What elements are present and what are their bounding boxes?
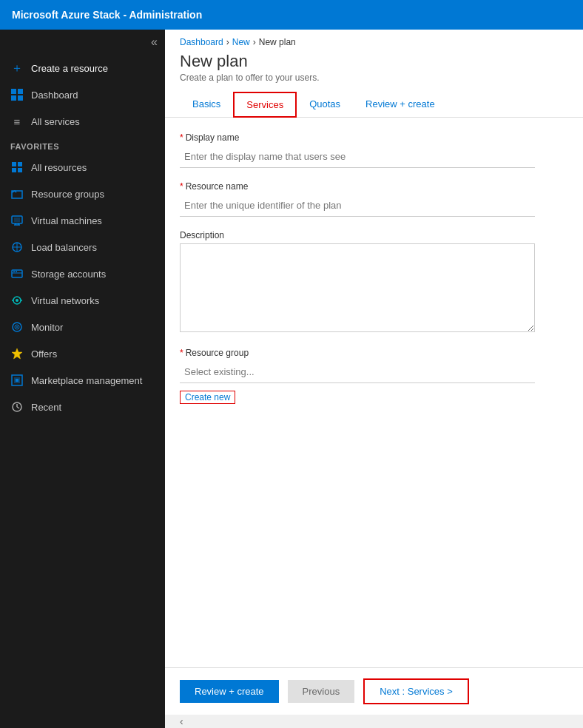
- all-resources-icon: [10, 161, 24, 174]
- tab-review-create[interactable]: Review + create: [353, 92, 448, 118]
- sidebar-item-label: Load balancers: [31, 242, 97, 253]
- svg-marker-28: [12, 348, 22, 359]
- resource-groups-icon: [10, 187, 24, 200]
- description-textarea[interactable]: [180, 243, 535, 332]
- favorites-label: FAVORITES: [0, 135, 165, 154]
- sidebar-item-all-resources[interactable]: All resources: [0, 154, 165, 181]
- tabs: Basics Services Quotas Review + create: [165, 92, 583, 118]
- sidebar-item-label: Resource groups: [31, 189, 104, 200]
- sidebar-item-label: Marketplace management: [31, 375, 142, 386]
- breadcrumb-item-current: New plan: [259, 37, 296, 47]
- resource-name-group: * Resource name: [180, 181, 568, 217]
- form-area: * Display name * Resource name Descripti…: [165, 118, 583, 667]
- tab-services[interactable]: Services: [233, 92, 297, 118]
- sidebar-item-label: Monitor: [31, 322, 63, 333]
- create-new-link[interactable]: Create new: [180, 391, 235, 404]
- sidebar-item-dashboard[interactable]: Dashboard: [0, 81, 165, 108]
- breadcrumb-item-dashboard[interactable]: Dashboard: [180, 37, 223, 47]
- svg-rect-0: [11, 89, 16, 94]
- bottom-bar: ‹: [165, 715, 583, 728]
- sidebar-item-label: Recent: [31, 402, 61, 413]
- sidebar-item-label: All services: [31, 116, 80, 127]
- sidebar-item-load-balancers[interactable]: Load balancers: [0, 234, 165, 260]
- svg-point-27: [16, 326, 18, 328]
- dashboard-icon: [10, 88, 24, 101]
- sidebar-item-marketplace[interactable]: Marketplace management: [0, 367, 165, 394]
- svg-point-19: [13, 271, 15, 272]
- svg-point-22: [16, 299, 18, 302]
- sidebar-item-label: Offers: [31, 348, 57, 360]
- tab-quotas[interactable]: Quotas: [297, 92, 353, 118]
- resource-group-group: * Resource group Create new: [180, 348, 568, 404]
- sidebar-item-label: Create a resource: [31, 63, 108, 74]
- sidebar-collapse-button[interactable]: «: [0, 30, 165, 55]
- previous-button[interactable]: Previous: [288, 680, 355, 703]
- sidebar-item-all-services[interactable]: ≡ All services: [0, 108, 165, 135]
- sidebar-item-label: Storage accounts: [31, 269, 106, 280]
- sidebar-item-virtual-networks[interactable]: Virtual networks: [0, 287, 165, 314]
- sidebar-item-resource-groups[interactable]: Resource groups: [0, 181, 165, 207]
- display-name-input[interactable]: [180, 146, 535, 168]
- resource-name-input[interactable]: [180, 195, 535, 217]
- plus-icon: ＋: [10, 61, 24, 75]
- lb-icon: [10, 240, 24, 254]
- svg-rect-31: [16, 379, 18, 382]
- svg-rect-5: [18, 162, 22, 166]
- description-label: Description: [180, 230, 568, 240]
- review-create-button[interactable]: Review + create: [180, 680, 279, 703]
- page-title: New plan: [180, 52, 568, 71]
- svg-rect-10: [14, 218, 20, 222]
- offers-icon: [10, 347, 24, 360]
- breadcrumb-item-new[interactable]: New: [232, 37, 250, 47]
- topbar-title: Microsoft Azure Stack - Administration: [12, 9, 202, 21]
- sidebar-item-storage-accounts[interactable]: Storage accounts: [0, 260, 165, 287]
- display-name-group: * Display name: [180, 132, 568, 168]
- page-header: New plan Create a plan to offer to your …: [165, 47, 583, 92]
- sidebar-item-offers[interactable]: Offers: [0, 340, 165, 367]
- svg-rect-3: [18, 95, 23, 101]
- sidebar-item-recent[interactable]: Recent: [0, 394, 165, 420]
- topbar: Microsoft Azure Stack - Administration: [0, 0, 583, 30]
- svg-line-34: [17, 407, 19, 408]
- sidebar-item-label: Dashboard: [31, 90, 78, 101]
- marketplace-icon: [10, 374, 24, 387]
- breadcrumb: Dashboard › New › New plan: [165, 30, 583, 47]
- svg-point-20: [16, 271, 17, 272]
- sidebar-item-create-resource[interactable]: ＋ Create a resource: [0, 55, 165, 81]
- description-group: Description: [180, 230, 568, 334]
- sidebar-item-virtual-machines[interactable]: Virtual machines: [0, 207, 165, 234]
- page-subtitle: Create a plan to offer to your users.: [180, 73, 568, 83]
- vnet-icon: [10, 294, 24, 307]
- resource-group-input[interactable]: [180, 361, 535, 383]
- resource-name-label: * Resource name: [180, 181, 568, 192]
- display-name-label: * Display name: [180, 132, 568, 143]
- content-area: Dashboard › New › New plan New plan Crea…: [165, 30, 583, 728]
- svg-rect-17: [12, 270, 22, 277]
- resource-group-label: * Resource group: [180, 348, 568, 358]
- svg-rect-7: [18, 168, 22, 172]
- vm-icon: [10, 214, 24, 227]
- sidebar-item-label: Virtual networks: [31, 295, 99, 306]
- sidebar-item-label: All resources: [31, 162, 87, 173]
- recent-icon: [10, 400, 24, 414]
- svg-rect-1: [18, 89, 23, 94]
- list-icon: ≡: [10, 115, 24, 128]
- sidebar: « ＋ Create a resource Dashboard ≡ All se…: [0, 30, 165, 728]
- sidebar-item-label: Virtual machines: [31, 215, 102, 226]
- svg-rect-2: [11, 95, 16, 101]
- scroll-left-icon[interactable]: ‹: [180, 715, 183, 727]
- monitor-icon: [10, 320, 24, 334]
- sidebar-item-monitor[interactable]: Monitor: [0, 314, 165, 340]
- svg-rect-6: [12, 168, 16, 172]
- storage-icon: [10, 267, 24, 280]
- svg-rect-4: [12, 162, 16, 166]
- footer: Review + create Previous Next : Services…: [165, 667, 583, 715]
- next-services-button[interactable]: Next : Services >: [363, 678, 469, 704]
- tab-basics[interactable]: Basics: [180, 92, 233, 118]
